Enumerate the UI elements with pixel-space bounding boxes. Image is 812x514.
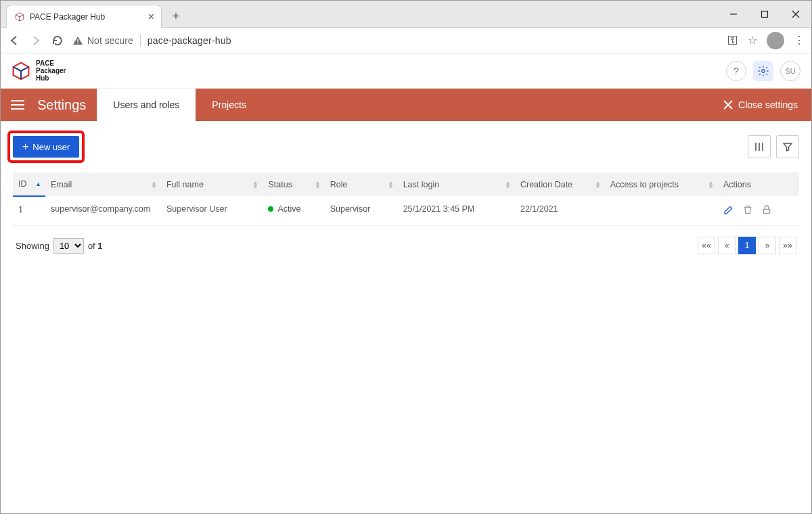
page-first[interactable]: «« — [698, 237, 715, 254]
browser-address-bar: Not secure pace-packager-hub ⚿ ☆ ⋮ — [1, 28, 811, 53]
bookmark-icon[interactable]: ☆ — [748, 34, 757, 47]
svg-rect-7 — [77, 39, 78, 42]
app-header: PACE Packager Hub ? SU — [1, 53, 811, 89]
col-lastlogin[interactable]: Last login▴▾ — [398, 172, 515, 196]
svg-point-11 — [762, 69, 765, 72]
brand-cube-icon — [12, 62, 30, 80]
divider — [140, 34, 141, 47]
settings-gear-button[interactable] — [753, 61, 773, 81]
col-id[interactable]: ID▴ — [13, 172, 45, 196]
window-controls — [718, 1, 811, 27]
plus-icon: + — [22, 141, 28, 152]
cell-email: supervisor@company.com — [45, 196, 161, 226]
edit-icon[interactable] — [723, 204, 734, 217]
cell-creation: 22/1/2021 — [515, 196, 605, 226]
svg-marker-20 — [784, 143, 792, 151]
table-row: 1 supervisor@company.com Supervisor User… — [13, 196, 799, 226]
brand-text: PACE Packager Hub — [36, 60, 66, 82]
not-secure-indicator: Not secure — [72, 35, 133, 46]
hamburger-menu-button[interactable] — [1, 89, 35, 121]
cube-icon — [15, 12, 24, 22]
help-button[interactable]: ? — [726, 61, 746, 81]
showing-label: Showing — [16, 241, 49, 251]
maximize-button[interactable] — [749, 1, 780, 27]
col-status[interactable]: Status▴▾ — [263, 172, 324, 196]
url-zone[interactable]: Not secure pace-packager-hub — [72, 34, 719, 47]
reload-button[interactable] — [51, 34, 64, 47]
kebab-menu-icon[interactable]: ⋮ — [794, 34, 805, 47]
cell-status: Active — [263, 196, 324, 226]
saved-password-icon[interactable]: ⚿ — [727, 34, 738, 47]
close-window-button[interactable] — [780, 1, 811, 27]
header-actions: ? SU — [726, 61, 800, 81]
cell-role: Supervisor — [325, 196, 398, 226]
filter-button[interactable] — [776, 135, 799, 158]
page-next[interactable]: » — [759, 237, 776, 254]
cell-lastlogin: 25/1/2021 3:45 PM — [398, 196, 515, 226]
columns-icon — [754, 141, 765, 152]
browser-tab[interactable]: PACE Packager Hub × — [6, 5, 162, 28]
table-header-row: ID▴ Email▴▾ Full name▴▾ Status▴▾ Role▴▾ … — [13, 172, 799, 196]
svg-rect-8 — [77, 43, 78, 43]
page-prev[interactable]: « — [718, 237, 736, 254]
browser-right-icons: ⚿ ☆ ⋮ — [727, 32, 805, 49]
status-dot-icon — [268, 206, 273, 212]
tab-projects[interactable]: Projects — [196, 89, 263, 121]
highlight-annotation: + New user — [7, 131, 85, 163]
delete-icon[interactable] — [742, 204, 753, 217]
sort-icon: ▴▾ — [316, 181, 319, 189]
close-tab-icon[interactable]: × — [148, 11, 154, 23]
cell-id: 1 — [13, 196, 45, 226]
svg-rect-3 — [762, 11, 768, 17]
close-icon — [723, 100, 733, 110]
cell-fullname: Supervisor User — [161, 196, 263, 226]
tab-users-and-roles[interactable]: Users and roles — [97, 89, 196, 121]
minimize-button[interactable] — [718, 1, 749, 27]
col-email[interactable]: Email▴▾ — [45, 172, 161, 196]
settings-bar: Settings Users and roles Projects Close … — [1, 89, 811, 121]
sort-icon: ▴▾ — [389, 181, 392, 189]
settings-title: Settings — [35, 89, 97, 121]
back-button[interactable] — [7, 34, 21, 47]
col-creation[interactable]: Creation Date▴▾ — [515, 172, 605, 196]
of-label: of — [88, 241, 95, 251]
hamburger-icon — [10, 99, 25, 111]
brand[interactable]: PACE Packager Hub — [12, 60, 66, 82]
columns-button[interactable] — [748, 135, 771, 158]
warning-icon — [72, 35, 83, 46]
sort-icon: ▴▾ — [506, 181, 510, 189]
col-role[interactable]: Role▴▾ — [325, 172, 398, 196]
sort-asc-icon: ▴ — [37, 182, 40, 186]
page-current[interactable]: 1 — [738, 237, 756, 254]
pager: «« « 1 » »» — [698, 237, 796, 254]
new-tab-button[interactable]: + — [166, 6, 186, 26]
col-fullname[interactable]: Full name▴▾ — [161, 172, 263, 196]
sort-icon: ▴▾ — [254, 181, 257, 189]
url-text: pace-packager-hub — [148, 35, 231, 46]
filter-icon — [782, 141, 793, 152]
col-access[interactable]: Access to projects▴▾ — [605, 172, 718, 196]
lock-icon[interactable] — [761, 204, 772, 217]
cell-actions — [718, 196, 799, 226]
page-size-select[interactable]: 10 — [53, 238, 84, 254]
new-user-button[interactable]: + New user — [13, 136, 79, 158]
browser-titlebar: PACE Packager Hub × + — [1, 1, 811, 28]
gear-icon — [757, 65, 769, 77]
close-settings-button[interactable]: Close settings — [710, 89, 811, 121]
profile-avatar[interactable] — [767, 32, 784, 49]
sort-icon: ▴▾ — [596, 181, 600, 189]
sort-icon: ▴▾ — [709, 181, 713, 189]
tab-title: PACE Packager Hub — [30, 12, 105, 22]
page-last[interactable]: »» — [779, 237, 796, 254]
user-initials-badge[interactable]: SU — [780, 61, 800, 81]
svg-rect-21 — [763, 209, 769, 213]
total-count: 1 — [97, 241, 102, 251]
toolbar: + New user — [1, 121, 811, 172]
sort-icon: ▴▾ — [152, 181, 156, 189]
col-actions: Actions — [718, 172, 799, 196]
users-table: ID▴ Email▴▾ Full name▴▾ Status▴▾ Role▴▾ … — [13, 172, 799, 226]
cell-access — [605, 196, 718, 226]
pagination-row: Showing 10 of 1 «« « 1 » »» — [1, 226, 811, 265]
forward-button[interactable] — [29, 34, 43, 47]
